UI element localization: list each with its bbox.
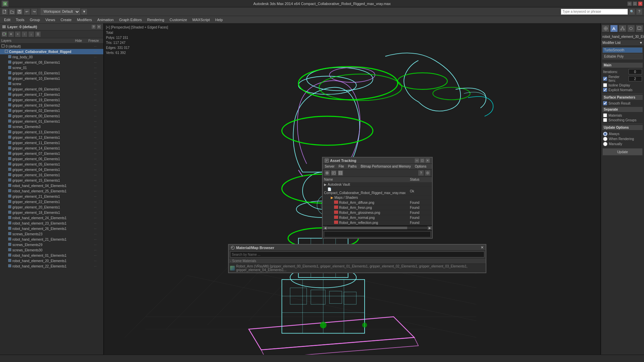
explicit-normals-checkbox[interactable] [603, 88, 607, 92]
layers-list[interactable]: 0 (default)···Compact_Collaborative_Robo… [0, 44, 103, 362]
minimize-button[interactable] [627, 1, 632, 6]
layer-row[interactable]: gripper_element_14_Elements1··· [0, 145, 103, 151]
motion-icon[interactable] [627, 25, 635, 32]
layer-row[interactable]: gripper_element_09_Elements1··· [0, 86, 103, 92]
menu-tools[interactable]: Tools [13, 17, 27, 22]
menu-modifiers[interactable]: Modifiers [74, 17, 95, 22]
asset-btn-1[interactable] [324, 170, 330, 176]
asset-scrollbar-track[interactable] [327, 227, 427, 229]
always-radio[interactable] [603, 132, 607, 136]
layer-row[interactable]: gripper_element_17_Elements1··· [0, 92, 103, 97]
display-icon[interactable] [636, 25, 643, 32]
asset-table-row[interactable]: Robot_Arm_reflection.pngFound [323, 220, 432, 225]
layer-row[interactable]: gripper_element_21_Elements1··· [0, 194, 103, 199]
redo-button[interactable]: ↪ [31, 8, 38, 15]
layer-row[interactable]: robot_hand_element_23_Elements1··· [0, 221, 103, 226]
layer-row[interactable]: gripper_element_11_Elements1··· [0, 140, 103, 145]
layer-row[interactable]: gripper_element_05_Elements1··· [0, 162, 103, 167]
layer-row[interactable]: gripper_element_08_Elements1··· [0, 60, 103, 65]
undo-button[interactable]: ↩ [23, 8, 30, 15]
modifier-dropdown-icon[interactable]: ▼ [639, 41, 643, 45]
layer-row[interactable]: robot_hand_element_24_Elements1··· [0, 215, 103, 221]
materials-checkbox[interactable] [603, 113, 607, 117]
asset-scroll-right[interactable]: ▶ [427, 226, 432, 230]
app-icon[interactable]: 3 [1, 0, 9, 7]
asset-help-btn[interactable]: ? [418, 170, 424, 176]
asset-menu-server[interactable]: Server [323, 164, 336, 169]
open-button[interactable] [9, 8, 15, 15]
asset-menu-paths[interactable]: Paths [346, 164, 359, 169]
material-item[interactable]: Robot_Arm (VRayMtl) [gripper_element_00_… [230, 264, 484, 272]
asset-name-col-header[interactable]: Name [323, 177, 409, 182]
layer-row[interactable]: gripper_element_18_Elements1··· [0, 210, 103, 215]
layer-row[interactable]: screw··· [0, 81, 103, 86]
asset-status-col-header[interactable]: Status [409, 177, 432, 182]
layer-row[interactable]: robot_hand_element_25_Elements1··· [0, 188, 103, 194]
modify-icon[interactable] [610, 25, 618, 32]
menu-edit[interactable]: Edit [1, 17, 13, 22]
layer-delete-button[interactable]: ✕ [8, 31, 14, 37]
layer-row[interactable]: gripper_element_02_Elements1··· [0, 108, 103, 113]
layer-row[interactable]: robot_hand_element_04_Elements1··· [0, 183, 103, 188]
layer-row[interactable]: gripper_element_04_Elements1··· [0, 167, 103, 172]
asset-settings-btn[interactable] [425, 170, 431, 176]
modifier-editable-poly[interactable]: Editable Poly [602, 54, 643, 59]
help-button[interactable]: ? [636, 8, 643, 15]
modifier-turbosmooth[interactable]: TurboSmooth [602, 47, 643, 53]
workspace-down-icon[interactable]: ▼ [81, 8, 88, 15]
layer-row[interactable]: gripper_element_15_Elements1··· [0, 178, 103, 183]
create-icon[interactable] [602, 25, 609, 32]
manually-radio[interactable] [603, 142, 607, 146]
menu-graph-editors[interactable]: Graph Editors [116, 17, 145, 22]
layer-row[interactable]: robot_hand_element_26_Elements1··· [0, 226, 103, 231]
layer-row[interactable]: robot_hand_element_22_Elements1··· [0, 263, 103, 269]
menu-create[interactable]: Create [58, 17, 74, 22]
render-iters-checkbox[interactable] [603, 77, 607, 81]
asset-table-row[interactable]: Robot_Arm_glossiness.pngFound [323, 210, 432, 215]
asset-menu-file[interactable]: File [336, 164, 346, 169]
menu-customize[interactable]: Customize [167, 17, 190, 22]
layer-row[interactable]: Compact_Collaborative_Robot_Rigged··· [0, 49, 103, 54]
layer-up-button[interactable]: ↑ [21, 31, 28, 37]
layer-row[interactable]: robot_hand_element_21_Elements1··· [0, 237, 103, 242]
search-button[interactable]: 🔍 [629, 8, 635, 15]
layer-row[interactable]: 0 (default)··· [0, 44, 103, 49]
asset-table-row[interactable]: Robot_Arm_fresn.pngFound [323, 205, 432, 210]
menu-rendering[interactable]: Rendering [145, 17, 167, 22]
layer-row[interactable]: gripper_element_10_Elements1··· [0, 76, 103, 81]
material-search-input[interactable] [230, 251, 484, 257]
save-button[interactable] [16, 8, 23, 15]
layer-new-button[interactable]: + [15, 31, 21, 37]
layer-row[interactable]: gripper_element_01_Elements1··· [0, 119, 103, 124]
asset-table-row[interactable]: ▶Autodesk Vault [323, 182, 432, 187]
layer-row[interactable]: gripper_element_13_Elements1··· [0, 129, 103, 135]
layer-select-button[interactable]: ☰ [35, 31, 41, 37]
layer-row[interactable]: gripper_element_20_Elements1··· [0, 204, 103, 210]
asset-restore-button[interactable] [420, 158, 425, 163]
asset-table-row[interactable]: Robot_Arm_diffuse.pngFound [323, 200, 432, 205]
layer-row[interactable]: gripper_element_19_Elements2··· [0, 103, 103, 108]
layer-row[interactable]: screws_Elements23··· [0, 231, 103, 237]
layer-row[interactable]: screws_Elements3··· [0, 124, 103, 129]
asset-scroll-left[interactable]: ◀ [323, 226, 327, 230]
layer-row[interactable]: robot_hand_element_20_Elements1··· [0, 258, 103, 263]
layer-row[interactable]: screws_Elements30··· [0, 247, 103, 253]
layer-row[interactable]: gripper_element_19_Elements1··· [0, 97, 103, 103]
iterations-input[interactable] [629, 69, 642, 74]
asset-btn-3[interactable] [337, 170, 343, 176]
layer-row[interactable]: ring_body_00··· [0, 54, 103, 60]
layer-add-button[interactable] [1, 31, 7, 37]
layers-help-button[interactable]: ? [91, 24, 96, 29]
asset-path-input[interactable] [324, 231, 431, 237]
asset-close-button[interactable] [425, 158, 430, 163]
menu-animation[interactable]: Animation [95, 17, 116, 22]
layer-row[interactable]: gripper_element_03_Elements1··· [0, 70, 103, 76]
update-button[interactable]: Update [602, 148, 643, 156]
asset-menu-bitmap[interactable]: Bitmap Performance and Memory [359, 164, 413, 169]
maximize-button[interactable] [633, 1, 637, 6]
asset-btn-2[interactable] [331, 170, 337, 176]
hierarchy-icon[interactable] [619, 25, 626, 32]
layer-row[interactable]: gripper_element_12_Elements1··· [0, 135, 103, 140]
render-iters-input[interactable] [629, 76, 642, 81]
asset-table-row[interactable]: 📄Compact_Collaborative_Robot_Rigged_max_… [323, 187, 432, 195]
